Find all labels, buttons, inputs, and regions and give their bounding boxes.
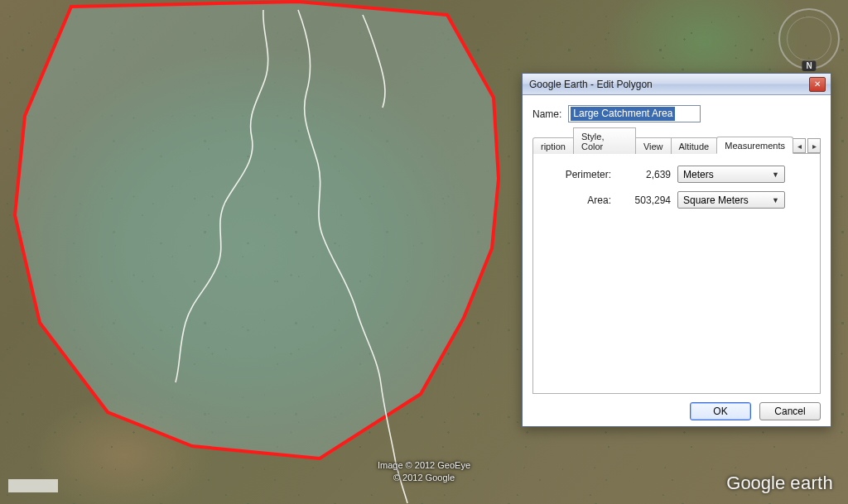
chevron-right-icon: ▸ [812, 142, 817, 151]
perimeter-unit-text: Meters [683, 169, 714, 180]
area-label: Area: [545, 194, 619, 206]
google-earth-watermark: Google earth [726, 473, 833, 494]
close-icon: ✕ [814, 79, 821, 89]
tab-scroll-left-button[interactable]: ◂ [793, 138, 806, 153]
ok-button[interactable]: OK [690, 402, 751, 420]
name-label: Name: [532, 108, 561, 120]
dialog-titlebar[interactable]: Google Earth - Edit Polygon ✕ [523, 74, 831, 95]
imagery-attribution: Image © 2012 GeoEye © 2012 Google [378, 459, 470, 484]
chevron-down-icon: ▼ [772, 170, 779, 179]
dialog-title: Google Earth - Edit Polygon [529, 79, 809, 90]
name-row: Name: Large Catchment Area [532, 105, 821, 122]
perimeter-value: 2,639 [619, 169, 677, 180]
area-value: 503,294 [619, 194, 677, 206]
perimeter-label: Perimeter: [545, 169, 619, 180]
perimeter-unit-select[interactable]: Meters ▼ [677, 166, 785, 183]
scale-bar [8, 479, 58, 492]
attribution-line-1: Image © 2012 GeoEye [378, 459, 470, 472]
chevron-left-icon: ◂ [797, 142, 802, 151]
dialog-button-row: OK Cancel [532, 402, 821, 420]
tab-measurements[interactable]: Measurements [716, 137, 793, 154]
area-unit-select[interactable]: Square Meters ▼ [677, 191, 785, 209]
compass-north-label: N [802, 60, 816, 71]
measurements-panel: Perimeter: 2,639 Meters ▼ Area: 503,294 … [532, 154, 821, 394]
chevron-down-icon: ▼ [772, 196, 779, 204]
area-unit-text: Square Meters [683, 194, 749, 206]
tab-style-color[interactable]: Style, Color [573, 127, 636, 154]
perimeter-row: Perimeter: 2,639 Meters ▼ [545, 166, 808, 183]
dialog-body: Name: Large Catchment Area ription Style… [523, 95, 831, 426]
close-button[interactable]: ✕ [809, 77, 826, 92]
tab-scroll-controls: ◂ ▸ [793, 138, 821, 153]
cancel-button[interactable]: Cancel [759, 402, 821, 420]
attribution-line-2: © 2012 Google [378, 472, 470, 484]
tab-view[interactable]: View [635, 137, 672, 154]
name-input-selected-text: Large Catchment Area [571, 107, 675, 121]
tabs-row: ription Style, Color View Altitude Measu… [532, 134, 821, 154]
name-input-wrap: Large Catchment Area [568, 105, 821, 122]
tab-scroll-right-button[interactable]: ▸ [807, 138, 821, 153]
catchment-polygon-fill [15, 2, 499, 458]
compass-widget[interactable]: N [778, 8, 840, 70]
tab-altitude[interactable]: Altitude [671, 137, 718, 154]
edit-polygon-dialog: Google Earth - Edit Polygon ✕ Name: Larg… [522, 73, 831, 427]
area-row: Area: 503,294 Square Meters ▼ [545, 191, 808, 209]
tab-description[interactable]: ription [532, 137, 574, 154]
